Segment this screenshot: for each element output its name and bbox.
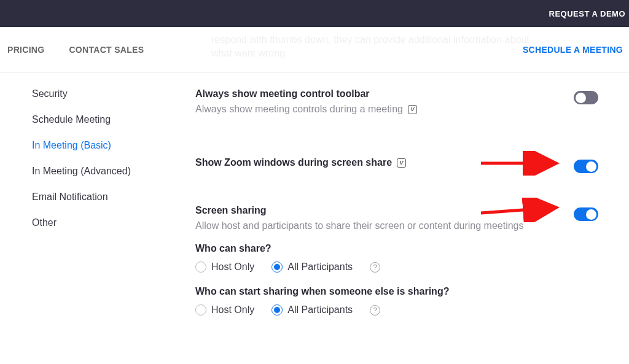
- pricing-link[interactable]: PRICING: [7, 45, 44, 55]
- radio-label: All Participants: [287, 261, 353, 273]
- radio-all-participants-2[interactable]: All Participants: [272, 304, 353, 316]
- setting-title: Always show meeting control toolbar: [195, 88, 370, 99]
- sidebar-item-other[interactable]: Other: [32, 217, 195, 228]
- sidebar-item-in-meeting-advanced[interactable]: In Meeting (Advanced): [32, 166, 195, 177]
- toggle-knob: [586, 209, 596, 220]
- who-can-start-sharing-options: Host Only All Participants ?: [195, 304, 598, 316]
- setting-title: Show Zoom windows during screen share: [195, 157, 392, 168]
- schedule-meeting-link[interactable]: SCHEDULE A MEETING: [523, 45, 623, 55]
- settings-sidebar: Security Schedule Meeting In Meeting (Ba…: [0, 88, 195, 340]
- radio-label: Host Only: [211, 304, 254, 316]
- setting-show-zoom-windows: Show Zoom windows during screen share V: [195, 157, 598, 168]
- contact-sales-link[interactable]: CONTACT SALES: [69, 45, 144, 55]
- setting-screen-sharing: Screen sharing Allow host and participan…: [195, 205, 598, 316]
- toggle-knob: [586, 161, 596, 172]
- help-icon[interactable]: ?: [370, 262, 380, 273]
- who-can-start-sharing-label: Who can start sharing when someone else …: [195, 286, 598, 297]
- setting-title: Screen sharing: [195, 205, 267, 216]
- radio-label: Host Only: [211, 261, 254, 273]
- toggle-show-zoom-windows[interactable]: [574, 160, 598, 173]
- help-icon[interactable]: ?: [370, 305, 380, 316]
- ghost-text: respond with thumbs down, they can provi…: [211, 33, 549, 60]
- sidebar-item-email-notification[interactable]: Email Notification: [32, 192, 195, 203]
- request-demo-link[interactable]: REQUEST A DEMO: [549, 9, 630, 18]
- radio-label: All Participants: [287, 304, 353, 316]
- who-can-share-options: Host Only All Participants ?: [195, 261, 598, 273]
- modified-reset-icon[interactable]: V: [397, 158, 406, 168]
- content: Security Schedule Meeting In Meeting (Ba…: [0, 73, 629, 340]
- who-can-share-label: Who can share?: [195, 243, 598, 254]
- setting-description: Always show meeting controls during a me…: [195, 102, 403, 117]
- setting-description: Allow host and participants to share the…: [195, 219, 524, 233]
- toggle-knob: [576, 93, 586, 103]
- sub-bar: PRICING CONTACT SALES respond with thumb…: [0, 27, 629, 73]
- modified-reset-icon[interactable]: V: [408, 105, 417, 114]
- radio-icon: [195, 304, 206, 316]
- radio-host-only[interactable]: Host Only: [195, 261, 254, 273]
- settings-main: Always show meeting control toolbar Alwa…: [195, 88, 629, 340]
- top-bar: REQUEST A DEMO: [0, 0, 629, 27]
- sidebar-item-schedule-meeting[interactable]: Schedule Meeting: [32, 114, 195, 125]
- toggle-always-show-toolbar[interactable]: [574, 91, 598, 104]
- sidebar-item-security[interactable]: Security: [32, 88, 195, 99]
- setting-always-show-toolbar: Always show meeting control toolbar Alwa…: [195, 88, 598, 117]
- radio-icon: [272, 261, 283, 273]
- radio-host-only-2[interactable]: Host Only: [195, 304, 254, 316]
- sidebar-item-in-meeting-basic[interactable]: In Meeting (Basic): [32, 140, 195, 151]
- radio-all-participants[interactable]: All Participants: [272, 261, 353, 273]
- toggle-screen-sharing[interactable]: [574, 207, 598, 221]
- radio-icon: [272, 304, 283, 316]
- radio-icon: [195, 261, 206, 273]
